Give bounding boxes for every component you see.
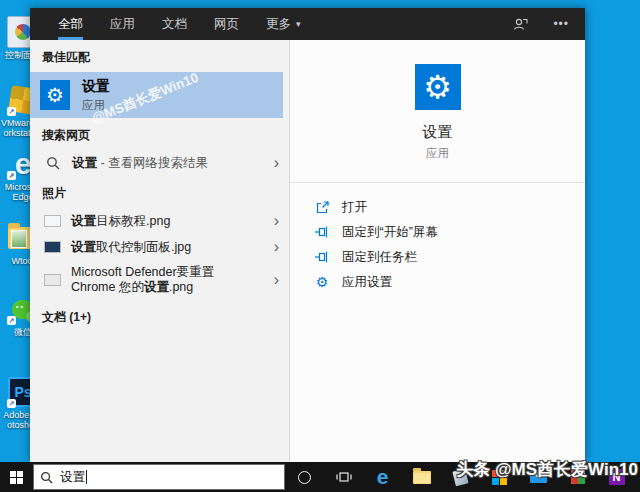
action-open[interactable]: 打开 bbox=[314, 195, 585, 219]
web-search-text: 设置 - 查看网络搜索结果 bbox=[72, 156, 208, 171]
microsoft-store-button[interactable] bbox=[480, 462, 519, 492]
task-view-icon bbox=[336, 470, 352, 484]
red-green-app-button[interactable] bbox=[558, 462, 597, 492]
best-match-result-settings[interactable]: ⚙ 设置 应用 bbox=[30, 72, 283, 118]
web-search-result[interactable]: 设置 - 查看网络搜索结果 › bbox=[30, 150, 289, 176]
notes-app-button[interactable] bbox=[441, 462, 480, 492]
shortcut-arrow-icon: ↗ bbox=[7, 399, 16, 408]
settings-gear-icon: ⚙ bbox=[40, 80, 70, 110]
action-label: 固定到任务栏 bbox=[342, 249, 417, 266]
best-match-subtitle: 应用 bbox=[82, 98, 110, 113]
file-explorer-button[interactable] bbox=[402, 462, 441, 492]
task-view-button[interactable] bbox=[324, 462, 363, 492]
search-icon bbox=[40, 471, 53, 484]
section-photos: 照片 bbox=[30, 176, 289, 208]
pin-icon bbox=[314, 225, 330, 239]
taskbar-search-input[interactable]: 设置 bbox=[33, 464, 285, 490]
preview-app-title: 设置 bbox=[290, 123, 585, 142]
preview-app-subtitle: 应用 bbox=[290, 146, 585, 161]
search-icon bbox=[44, 156, 62, 170]
chevron-right-icon[interactable]: › bbox=[268, 241, 279, 253]
settings-gear-icon-large: ⚙ bbox=[415, 64, 461, 110]
cortana-icon bbox=[298, 471, 311, 484]
section-best-match: 最佳匹配 bbox=[30, 40, 289, 72]
photo-result[interactable]: 设置目标教程.png › bbox=[30, 208, 289, 234]
store-icon bbox=[492, 470, 507, 485]
user-icon[interactable] bbox=[512, 16, 529, 33]
chevron-right-icon[interactable]: › bbox=[268, 274, 279, 286]
action-label: 应用设置 bbox=[342, 274, 392, 291]
notebook-icon bbox=[452, 468, 468, 486]
search-input-value: 设置 bbox=[60, 469, 85, 486]
result-preview-pane: ⚙ 设置 应用 打开 bbox=[290, 40, 585, 462]
tab-label: 全部 bbox=[58, 16, 83, 33]
tab-web[interactable]: 网页 bbox=[214, 8, 239, 40]
section-documents: 文档 (1+) bbox=[30, 300, 289, 332]
photo-result[interactable]: 设置取代控制面板.jpg › bbox=[30, 234, 289, 260]
section-search-web: 搜索网页 bbox=[30, 118, 289, 150]
onenote-button[interactable]: N bbox=[597, 462, 636, 492]
photo-thumbnail bbox=[44, 274, 61, 286]
photo-name: 设置取代控制面板.jpg bbox=[71, 240, 191, 255]
pin-icon bbox=[314, 250, 330, 264]
tab-label: 网页 bbox=[214, 16, 239, 33]
action-label: 打开 bbox=[342, 199, 367, 216]
mail-icon bbox=[530, 471, 547, 483]
gear-icon: ⚙ bbox=[314, 274, 330, 290]
search-filter-bar: 全部 应用 文档 网页 更多 ▾ ••• bbox=[30, 8, 585, 40]
tab-more[interactable]: 更多 ▾ bbox=[266, 8, 301, 40]
tab-documents[interactable]: 文档 bbox=[162, 8, 187, 40]
taskbar: 设置 e N bbox=[0, 462, 640, 492]
best-match-title: 设置 bbox=[82, 78, 110, 96]
cortana-button[interactable] bbox=[285, 462, 324, 492]
start-button[interactable] bbox=[0, 462, 33, 492]
shortcut-arrow-icon: ↗ bbox=[7, 171, 16, 180]
edge-taskbar-button[interactable]: e bbox=[363, 462, 402, 492]
open-icon bbox=[314, 201, 330, 214]
action-pin-to-start[interactable]: 固定到“开始”屏幕 bbox=[314, 220, 585, 244]
action-label: 固定到“开始”屏幕 bbox=[342, 224, 438, 241]
photo-result[interactable]: Microsoft Defender要重置Chrome 您的设置.png › bbox=[30, 260, 289, 300]
chevron-right-icon[interactable]: › bbox=[268, 215, 279, 227]
action-pin-to-taskbar[interactable]: 固定到任务栏 bbox=[314, 245, 585, 269]
mail-button[interactable] bbox=[519, 462, 558, 492]
chevron-down-icon: ▾ bbox=[296, 19, 301, 29]
shortcut-arrow-icon: ↗ bbox=[7, 316, 16, 325]
tab-label: 应用 bbox=[110, 16, 135, 33]
windows-logo-icon bbox=[10, 471, 23, 484]
action-app-settings[interactable]: ⚙ 应用设置 bbox=[314, 270, 585, 294]
tab-all[interactable]: 全部 bbox=[58, 8, 83, 40]
text-caret bbox=[86, 470, 87, 484]
ellipsis-icon[interactable]: ••• bbox=[553, 17, 569, 31]
tab-apps[interactable]: 应用 bbox=[110, 8, 135, 40]
photo-name: 设置目标教程.png bbox=[71, 214, 170, 229]
shortcut-arrow-icon: ↗ bbox=[7, 107, 16, 116]
search-flyout: 全部 应用 文档 网页 更多 ▾ ••• 最佳匹配 bbox=[30, 8, 585, 462]
onenote-icon: N bbox=[609, 469, 625, 485]
photo-thumbnail bbox=[44, 215, 61, 227]
edge-icon: e bbox=[377, 467, 389, 487]
tab-label: 更多 bbox=[266, 16, 291, 33]
folder-icon bbox=[413, 471, 431, 484]
photo-name: Microsoft Defender要重置Chrome 您的设置.png bbox=[71, 265, 256, 295]
app-icon-red-green bbox=[571, 470, 585, 484]
search-results-list: 最佳匹配 ⚙ 设置 应用 搜索网页 设置 - 查看网络搜索结果 › 照片 bbox=[30, 40, 290, 462]
chevron-right-icon[interactable]: › bbox=[268, 157, 279, 169]
tab-label: 文档 bbox=[162, 16, 187, 33]
photo-thumbnail bbox=[44, 241, 61, 253]
